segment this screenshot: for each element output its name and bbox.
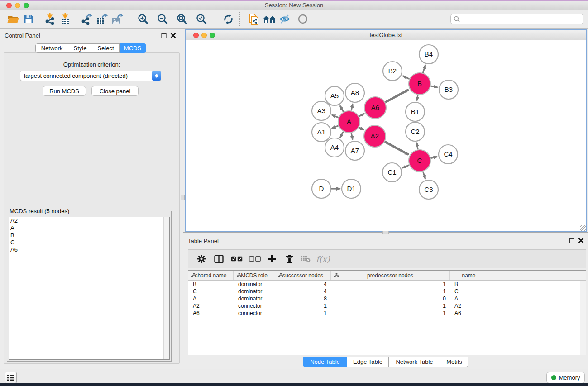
graph-node-A1[interactable]: A1	[312, 123, 331, 142]
table-cell[interactable]: 1	[275, 303, 331, 309]
graph-node-C[interactable]: C	[409, 150, 430, 172]
graph-node-A6[interactable]: A6	[364, 97, 386, 119]
table-cell[interactable]: B	[450, 281, 488, 287]
graph-node-A7[interactable]: A7	[345, 141, 364, 160]
graph-node-A3[interactable]: A3	[312, 101, 331, 120]
mcds-result-item[interactable]: B	[9, 232, 169, 239]
tab-style[interactable]: Style	[68, 43, 92, 53]
graph-node-A[interactable]: A	[338, 111, 360, 133]
graph-edge-C-C1[interactable]	[402, 165, 409, 168]
table-cell[interactable]: 1	[331, 288, 450, 295]
export-table-button[interactable]	[94, 12, 110, 26]
graph-node-C1[interactable]: C1	[382, 163, 402, 182]
table-cell[interactable]: A6	[188, 310, 234, 316]
graph-node-B1[interactable]: B1	[406, 102, 425, 121]
import-table-button[interactable]	[57, 12, 73, 26]
horizontal-divider-gripper[interactable]	[382, 231, 389, 234]
graph-node-D[interactable]: D	[312, 179, 331, 198]
window-resize-grip[interactable]	[580, 225, 586, 231]
column-header-MCDS-role[interactable]: MCDS role	[234, 271, 275, 280]
graph-edge-A-A7[interactable]	[351, 133, 353, 139]
export-image-button[interactable]	[110, 12, 125, 26]
graph-edge-C-C4[interactable]	[430, 157, 437, 158]
graph-edge-A-A1[interactable]	[332, 126, 338, 128]
table-cell[interactable]: C	[188, 288, 234, 295]
graph-node-C2[interactable]: C2	[406, 122, 425, 141]
graph-edge-A-A2[interactable]	[359, 127, 364, 130]
table-cell[interactable]: 8	[275, 295, 331, 302]
table-row[interactable]: A2connector11A2	[188, 302, 580, 310]
close-panel-action-button[interactable]: Close panel	[91, 86, 139, 96]
graph-node-C3[interactable]: C3	[419, 180, 438, 199]
table-cell[interactable]: 1	[331, 281, 450, 287]
vertical-divider-gripper[interactable]	[181, 195, 185, 200]
tab-network-table[interactable]: Network Table	[389, 357, 440, 367]
export-network-button[interactable]	[79, 12, 94, 26]
graph-edge-B-B2[interactable]	[403, 76, 410, 79]
graph-edge-C-C2[interactable]	[417, 143, 418, 150]
graph-edge-A-A6[interactable]	[359, 114, 364, 116]
first-neighbors-button[interactable]	[262, 12, 277, 26]
table-row[interactable]: Adominator80A	[188, 295, 580, 302]
mcds-result-item[interactable]: A2	[9, 217, 169, 224]
graph-node-A2[interactable]: A2	[364, 125, 386, 147]
delete-columns-button[interactable]	[282, 252, 297, 266]
create-column-button[interactable]	[264, 252, 280, 266]
table-cell[interactable]: 1	[331, 303, 450, 309]
table-cell[interactable]: 4	[275, 281, 331, 287]
new-network-from-selection-button[interactable]	[246, 12, 262, 26]
show-all-button[interactable]	[295, 12, 311, 26]
graph-node-A8[interactable]: A8	[345, 83, 364, 102]
graph-node-B3[interactable]: B3	[439, 80, 458, 99]
graph-edge-A-A8[interactable]	[351, 104, 353, 110]
table-panel-close-button[interactable]	[578, 238, 584, 245]
result-scrollbar[interactable]	[163, 217, 169, 359]
table-settings-button[interactable]	[194, 252, 209, 266]
task-history-button[interactable]	[5, 372, 17, 383]
graph-node-B[interactable]: B	[409, 73, 430, 95]
tab-node-table[interactable]: Node Table	[303, 357, 347, 367]
column-header-successor-nodes[interactable]: successor nodes	[275, 271, 331, 280]
table-row[interactable]: Bdominator41B	[188, 281, 580, 288]
run-mcds-button[interactable]: Run MCDS	[43, 86, 86, 96]
close-panel-button[interactable]	[170, 33, 176, 40]
table-cell[interactable]: 0	[331, 295, 450, 302]
graph-node-C4[interactable]: C4	[439, 145, 458, 164]
graph-edge-B-B3[interactable]	[430, 86, 437, 87]
table-cell[interactable]: connector	[234, 310, 275, 316]
select-all-columns-button[interactable]	[229, 252, 244, 266]
refresh-layout-button[interactable]	[220, 12, 236, 26]
graph-node-A5[interactable]: A5	[325, 86, 344, 105]
column-header-shared-name[interactable]: shared name	[188, 271, 234, 280]
search-input[interactable]	[450, 14, 583, 24]
network-close-button[interactable]	[193, 33, 199, 38]
table-scrollbar[interactable]	[580, 281, 586, 355]
mcds-result-item[interactable]: A6	[9, 246, 169, 253]
table-panel-float-button[interactable]	[569, 238, 574, 245]
table-cell[interactable]: A2	[450, 303, 488, 309]
graph-node-B4[interactable]: B4	[419, 45, 438, 64]
network-zoom-button[interactable]	[210, 33, 215, 38]
column-header-predecessor-nodes[interactable]: predecessor nodes	[331, 271, 450, 280]
float-panel-button[interactable]	[161, 33, 167, 40]
graph-edge-A-A3[interactable]	[332, 115, 338, 118]
table-cell[interactable]: dominator	[234, 281, 275, 287]
graph-node-A4[interactable]: A4	[325, 138, 344, 157]
table-cell[interactable]: B	[188, 281, 234, 287]
zoom-out-button[interactable]	[155, 12, 170, 26]
table-cell[interactable]: A6	[450, 310, 488, 316]
table-cell[interactable]: C	[450, 288, 488, 295]
memory-button[interactable]: Memory	[546, 372, 585, 383]
table-cell[interactable]: 1	[275, 310, 331, 316]
table-cell[interactable]: 4	[275, 288, 331, 295]
mcds-result-list[interactable]: A2ABCA6	[9, 217, 170, 360]
graph-edge-A2-C[interactable]	[385, 142, 408, 155]
column-header-name[interactable]: name	[450, 271, 488, 280]
zoom-window-button[interactable]	[24, 3, 29, 8]
mcds-result-item[interactable]: C	[9, 239, 169, 246]
hide-selected-button[interactable]	[277, 12, 292, 26]
table-cell[interactable]: A	[188, 295, 234, 302]
table-cell[interactable]: A2	[188, 303, 234, 309]
graph-edge-B-B1[interactable]	[417, 95, 418, 101]
network-minimize-button[interactable]	[201, 33, 207, 38]
